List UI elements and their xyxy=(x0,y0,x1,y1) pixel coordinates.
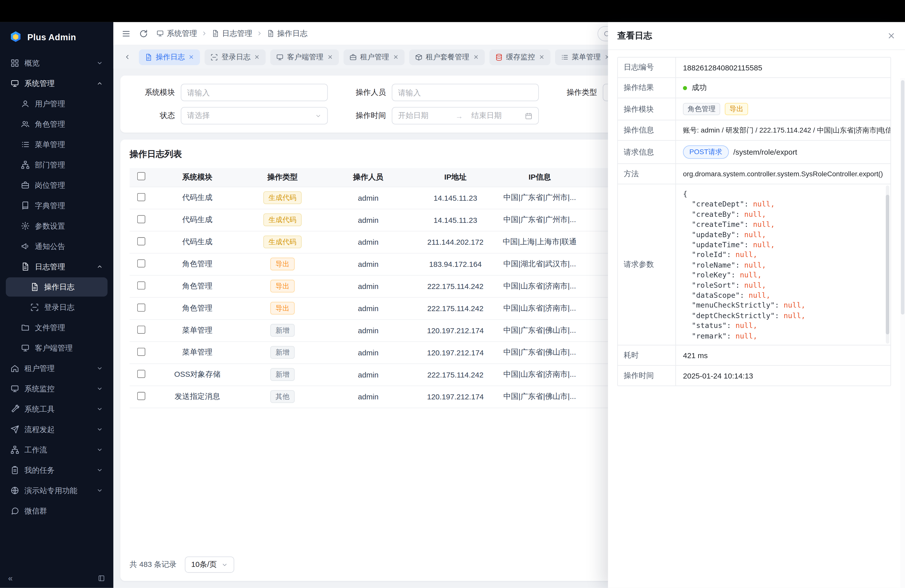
layout-toggle-icon[interactable] xyxy=(98,574,105,582)
operator-input[interactable] xyxy=(392,84,539,101)
sidebar-item-operation-log[interactable]: 操作日志 xyxy=(6,277,108,297)
drawer-header: 查看日志 xyxy=(608,22,905,50)
filter-label: 操作人员 xyxy=(341,87,386,98)
system-module-input[interactable] xyxy=(181,84,328,101)
list-icon xyxy=(21,140,30,149)
success-dot-icon xyxy=(683,86,687,90)
sidebar-item-tenant-management[interactable]: 租户管理 xyxy=(6,359,108,378)
sidebar-item-client-management[interactable]: 客户端管理 xyxy=(6,338,108,358)
close-icon[interactable] xyxy=(188,54,194,60)
close-icon[interactable] xyxy=(393,54,399,60)
status-select[interactable]: 请选择 xyxy=(181,107,328,124)
field-log-id: 日志编号 1882612840802115585 xyxy=(618,57,891,78)
code-scrollbar-thumb[interactable] xyxy=(886,195,889,334)
row-checkbox[interactable] xyxy=(137,347,145,355)
row-checkbox[interactable] xyxy=(137,392,145,400)
tab-cache-monitor[interactable]: 缓存监控 xyxy=(489,49,550,65)
row-checkbox[interactable] xyxy=(137,259,145,267)
tab-tenant-management[interactable]: 租户管理 xyxy=(343,49,404,65)
home-icon xyxy=(11,364,19,373)
page-size-select[interactable]: 10条/页 xyxy=(185,556,234,573)
row-checkbox[interactable] xyxy=(137,193,145,201)
operation-type-tag: 导出 xyxy=(725,103,748,115)
sidebar-item-notice-announcement[interactable]: 通知公告 xyxy=(6,237,108,256)
briefcase-icon xyxy=(21,181,30,190)
wrench-icon xyxy=(11,405,19,413)
filter-label: 状态 xyxy=(130,110,175,121)
sidebar-item-login-log[interactable]: 登录日志 xyxy=(6,298,108,317)
sidebar-item-param-settings[interactable]: 参数设置 xyxy=(6,216,108,235)
list-icon xyxy=(560,53,568,61)
tab-menu-management[interactable]: 菜单管理 xyxy=(555,49,616,65)
tab-client-management[interactable]: 客户端管理 xyxy=(270,49,339,65)
sidebar-item-role-management[interactable]: 角色管理 xyxy=(6,114,108,133)
column-header: 操作人员 xyxy=(323,168,413,187)
drawer-title: 查看日志 xyxy=(617,30,652,41)
row-checkbox[interactable] xyxy=(137,281,145,289)
sidebar-item-system-management[interactable]: 系统管理 xyxy=(6,74,108,93)
json-code: { "createDept": null, "createBy": null, … xyxy=(676,184,891,345)
sidebar-item-system-monitor[interactable]: 系统监控 xyxy=(6,379,108,398)
sidebar-item-dict-management[interactable]: 字典管理 xyxy=(6,196,108,215)
calendar-icon xyxy=(525,112,532,119)
collapse-sidebar-icon[interactable]: « xyxy=(8,574,13,583)
sidebar-item-department-management[interactable]: 部门管理 xyxy=(6,155,108,174)
column-header: 操作类型 xyxy=(242,168,323,187)
book-icon xyxy=(21,201,30,210)
close-icon[interactable] xyxy=(473,54,479,60)
tabs-scroll-left-button[interactable] xyxy=(121,50,134,64)
sidebar-item-overview[interactable]: 概览 xyxy=(6,54,108,73)
operation-time-range-picker[interactable]: 开始日期 → 结束日期 xyxy=(392,107,539,124)
sidebar-item-process-initiation[interactable]: 流程发起 xyxy=(6,420,108,439)
sidebar-item-post-management[interactable]: 岗位管理 xyxy=(6,176,108,195)
send-icon xyxy=(11,425,19,434)
folder-icon xyxy=(21,323,30,332)
operation-type-badge: 新增 xyxy=(270,368,295,381)
row-checkbox[interactable] xyxy=(137,369,145,378)
sidebar-item-file-management[interactable]: 文件管理 xyxy=(6,318,108,337)
sidebar-item-workflow[interactable]: 工作流 xyxy=(6,440,108,459)
tab-tenant-package-management[interactable]: 租户套餐管理 xyxy=(409,49,485,65)
tab-login-log[interactable]: 登录日志 xyxy=(205,49,266,65)
drawer-scrollbar-thumb[interactable] xyxy=(901,80,905,315)
refresh-icon[interactable] xyxy=(139,29,148,38)
sidebar-item-system-tools[interactable]: 系统工具 xyxy=(6,399,108,418)
close-icon[interactable] xyxy=(254,54,260,60)
briefcase-icon xyxy=(349,53,356,61)
fingerprint-icon xyxy=(210,53,218,61)
chevron-up-icon xyxy=(97,80,103,86)
chevron-down-icon xyxy=(97,406,103,412)
close-icon[interactable] xyxy=(538,54,544,60)
close-icon[interactable] xyxy=(887,32,896,40)
column-header: IP信息 xyxy=(497,168,582,187)
breadcrumb-item-system-management[interactable]: 系统管理 xyxy=(156,28,197,39)
code-scrollbar[interactable] xyxy=(886,186,889,344)
drawer-scrollbar[interactable] xyxy=(900,78,905,588)
chevron-down-icon xyxy=(97,60,103,66)
sidebar-item-my-tasks[interactable]: 我的任务 xyxy=(6,461,108,480)
field-duration: 耗时 421 ms xyxy=(618,345,891,365)
chevron-down-icon xyxy=(97,426,103,432)
row-checkbox[interactable] xyxy=(137,237,145,245)
hamburger-menu-icon[interactable] xyxy=(121,29,131,38)
row-checkbox[interactable] xyxy=(137,303,145,311)
sidebar-item-demo-features[interactable]: 演示站专用功能 xyxy=(6,481,108,500)
request-params-code-block[interactable]: { "createDept": null, "createBy": null, … xyxy=(676,184,891,345)
sidebar-item-log-management[interactable]: 日志管理 xyxy=(6,257,108,276)
row-checkbox[interactable] xyxy=(137,215,145,223)
log-detail-descriptions: 日志编号 1882612840802115585 操作结果 成功 操作模块 角色… xyxy=(617,57,891,386)
select-all-checkbox[interactable] xyxy=(137,172,145,180)
close-icon[interactable] xyxy=(327,54,333,60)
breadcrumb-item-operation-log[interactable]: 操作日志 xyxy=(267,28,308,39)
sidebar-item-user-management[interactable]: 用户管理 xyxy=(6,94,108,113)
sidebar-item-menu-management[interactable]: 菜单管理 xyxy=(6,135,108,154)
column-header: IP地址 xyxy=(413,168,497,187)
operation-type-badge: 生成代码 xyxy=(263,191,302,204)
tab-operation-log[interactable]: 操作日志 xyxy=(139,49,200,65)
operation-type-badge: 生成代码 xyxy=(263,235,302,248)
row-checkbox[interactable] xyxy=(137,326,145,334)
drawer-body: 日志编号 1882612840802115585 操作结果 成功 操作模块 角色… xyxy=(608,50,905,588)
sidebar-item-wechat-group[interactable]: 微信群 xyxy=(6,501,108,520)
filter-label: 操作时间 xyxy=(341,110,386,121)
breadcrumb-item-log-management[interactable]: 日志管理 xyxy=(212,28,252,39)
